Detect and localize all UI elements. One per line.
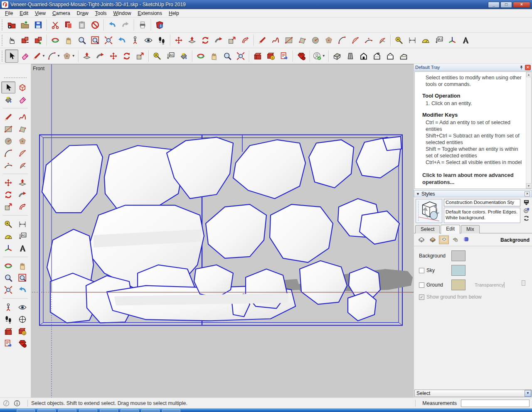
tab-select[interactable]: Select [415, 225, 440, 233]
ground-checkbox[interactable] [419, 282, 424, 288]
rotated-rectangle-button[interactable] [15, 123, 30, 135]
toolbar-grip[interactable] [2, 51, 3, 61]
maximize-button[interactable]: □ [500, 2, 512, 8]
toolbar-grip[interactable] [4, 77, 27, 79]
tape-measure-button[interactable] [150, 49, 164, 63]
scale-button[interactable] [1, 201, 15, 213]
dimension-button[interactable] [15, 218, 30, 230]
model-canvas[interactable] [31, 64, 414, 397]
text-button[interactable]: A1 [432, 34, 446, 47]
toolbar-grip[interactable] [2, 35, 3, 46]
axes-button[interactable] [446, 34, 459, 47]
taskbar-app-icon[interactable] [37, 409, 56, 412]
taskbar-app-icon[interactable] [58, 409, 76, 412]
tray-close-icon[interactable]: ✕ [525, 65, 531, 70]
face-settings-button[interactable] [428, 235, 438, 244]
circle-button[interactable] [309, 34, 322, 47]
menu-file[interactable]: File [2, 10, 16, 17]
position-camera-button[interactable] [1, 301, 15, 313]
two-point-arc-button[interactable] [15, 147, 30, 159]
print-button[interactable] [136, 18, 149, 32]
menu-draw[interactable]: Draw [74, 10, 92, 17]
taskbar-app-icon[interactable] [17, 409, 35, 412]
tape-measure-button[interactable] [1, 218, 15, 230]
walk-button[interactable] [1, 313, 15, 325]
stone-polygon[interactable] [300, 261, 347, 304]
arc-button[interactable]: ▼ [47, 49, 62, 63]
ext-coin-button[interactable]: $ [15, 325, 30, 337]
line-button[interactable] [256, 34, 269, 47]
arc-button[interactable] [335, 34, 349, 47]
tape-measure-button[interactable] [392, 34, 406, 47]
taskbar-app-icon[interactable] [162, 409, 180, 412]
style-thumbnail[interactable] [416, 199, 442, 223]
zoom-extents-button[interactable] [102, 34, 115, 47]
select-button[interactable] [5, 49, 18, 63]
polygon-button[interactable] [15, 135, 30, 147]
update-style-icon[interactable] [523, 215, 530, 223]
watermark-settings-button[interactable] [450, 235, 460, 244]
move-button[interactable] [107, 49, 120, 63]
create-style-icon[interactable] [523, 207, 530, 215]
view-right-button[interactable] [370, 49, 384, 63]
look-around-button[interactable] [142, 34, 155, 47]
show-ground-below-checkbox[interactable]: ✓ [419, 294, 424, 300]
protractor-button[interactable] [1, 230, 15, 242]
model-info-button[interactable] [153, 18, 166, 32]
zoom-button[interactable] [75, 34, 89, 47]
stone-polygon[interactable] [348, 292, 376, 321]
rotate-button[interactable] [199, 34, 212, 47]
rectangle-button[interactable] [1, 123, 15, 135]
credits-info-icon[interactable] [13, 400, 21, 407]
rotated-rectangle-button[interactable] [296, 34, 309, 47]
push-pull-button[interactable] [185, 34, 199, 47]
eraser-button[interactable] [18, 49, 32, 63]
geolocation-icon[interactable] [2, 400, 10, 407]
follow-me-button[interactable] [94, 49, 107, 63]
push-pull-button[interactable] [80, 49, 94, 63]
instructor-scrollbar[interactable]: ▲ ▼ [526, 72, 531, 189]
pan-button[interactable] [62, 34, 75, 47]
menu-camera[interactable]: Camera [49, 10, 74, 17]
taskbar-app-icon[interactable] [79, 409, 97, 412]
sky-checkbox[interactable] [419, 268, 424, 273]
follow-me-button[interactable] [15, 189, 30, 201]
new-file-button[interactable] [5, 18, 18, 32]
select-button[interactable] [1, 81, 15, 93]
styles-close-icon[interactable]: ✕ [525, 191, 530, 196]
edge-settings-button[interactable] [416, 235, 426, 244]
follow-me-button[interactable] [212, 34, 225, 47]
scroll-down-icon[interactable]: ▼ [526, 183, 532, 189]
styles-panel-header[interactable]: ▼ Styles ✕ [414, 190, 532, 197]
move-button[interactable] [1, 177, 15, 189]
sign-in-button[interactable]: ▼ [312, 49, 327, 63]
ext-doc-button[interactable] [1, 337, 15, 349]
minimize-button[interactable]: _ [488, 2, 500, 8]
look-around-button[interactable] [15, 301, 30, 313]
paste-button[interactable] [75, 18, 89, 32]
section-plane-button[interactable] [15, 313, 30, 325]
orbit-button[interactable] [1, 260, 15, 272]
scroll-up-icon[interactable]: ▲ [526, 72, 532, 77]
eraser-button[interactable] [15, 93, 30, 105]
rotate-button[interactable] [1, 189, 15, 201]
view-left-button[interactable] [397, 49, 410, 63]
save-button[interactable] [32, 18, 45, 32]
menu-help[interactable]: Help [165, 10, 182, 17]
freehand-button[interactable] [15, 111, 30, 123]
secondary-pane-icon[interactable] [523, 199, 530, 207]
taskbar-app-icon[interactable] [141, 409, 160, 412]
slider-thumb[interactable] [522, 280, 525, 286]
view-back-button[interactable] [384, 49, 397, 63]
paint-bucket-button[interactable] [1, 93, 15, 105]
menu-window[interactable]: Window [110, 10, 135, 17]
two-point-arc-button[interactable] [349, 34, 362, 47]
erase-button[interactable] [89, 18, 102, 32]
pie-button[interactable] [375, 34, 389, 47]
style-description-field[interactable]: Default face colors. Profile Edges. Whit… [444, 208, 520, 223]
menu-tools[interactable]: Tools [92, 10, 110, 17]
line-dropdown-arrow-icon[interactable]: ▼ [42, 54, 45, 58]
offset-button[interactable] [15, 201, 30, 213]
orbit-button[interactable] [49, 34, 62, 47]
background-color-swatch[interactable] [451, 250, 466, 261]
